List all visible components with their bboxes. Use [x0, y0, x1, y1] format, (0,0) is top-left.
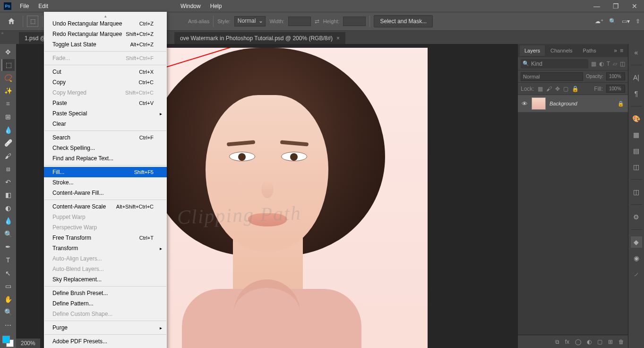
lock-paint-icon[interactable]: 🖌 — [546, 86, 552, 92]
layer-filter-kind[interactable]: 🔍 Kind — [521, 59, 588, 69]
workspace-icon[interactable]: ▭▾ — [622, 18, 630, 25]
menu-item-adobe-pdf-presets[interactable]: Adobe PDF Presets... — [44, 336, 167, 347]
layer-row-background[interactable]: 👁 Background 🔒 — [518, 95, 628, 112]
menu-item-define-brush-preset[interactable]: Define Brush Preset... — [44, 288, 167, 298]
menu-item-search[interactable]: SearchCtrl+F — [44, 132, 167, 143]
filter-smart-icon[interactable]: ◫ — [620, 61, 625, 67]
menu-item-check-spelling[interactable]: Check Spelling... — [44, 143, 167, 153]
para-icon[interactable]: ¶ — [631, 88, 642, 99]
filter-image-icon[interactable]: ▦ — [591, 61, 596, 67]
color-swatches[interactable] — [1, 335, 15, 348]
pen-tool[interactable]: ✒ — [1, 241, 15, 253]
menu-item-cut[interactable]: CutCtrl+X — [44, 67, 167, 77]
mask-icon[interactable]: ◯ — [575, 339, 581, 345]
eyedropper-tool[interactable]: 💧 — [1, 124, 15, 136]
patterns-icon[interactable]: ◫ — [631, 161, 642, 173]
tab-channels[interactable]: Channels — [546, 45, 577, 56]
brush-tool[interactable]: 🖌 — [1, 150, 15, 162]
menu-help[interactable]: Help — [206, 1, 227, 11]
menu-item-purge[interactable]: Purge — [44, 322, 167, 333]
tab-layers[interactable]: Layers — [520, 45, 545, 56]
shape-tool[interactable]: ▭ — [1, 280, 15, 292]
menu-edit[interactable]: Edit — [34, 1, 53, 11]
lock-all-icon[interactable]: 🔒 — [572, 86, 579, 92]
hand-tool[interactable]: ✋ — [1, 293, 15, 305]
type-tool[interactable]: T — [1, 254, 15, 266]
swap-icon[interactable]: ⇄ — [315, 18, 319, 25]
menu-item-copy[interactable]: CopyCtrl+C — [44, 77, 167, 87]
fill-value[interactable]: 100% — [606, 85, 625, 93]
menu-item-free-transform[interactable]: Free TransformCtrl+T — [44, 233, 167, 243]
filter-adjust-icon[interactable]: ◐ — [599, 61, 604, 67]
tab-paths[interactable]: Paths — [578, 45, 601, 56]
cloud-icon[interactable]: ☁⁺ — [595, 18, 603, 25]
menu-item-paste[interactable]: PasteCtrl+V — [44, 98, 167, 108]
expand-handle[interactable]: » — [0, 29, 5, 37]
menu-file[interactable]: File — [15, 1, 34, 11]
menu-window[interactable]: Window — [176, 1, 206, 11]
more-tools[interactable]: ⋯ — [1, 319, 15, 331]
collapse-icon[interactable]: » — [614, 47, 617, 54]
height-input[interactable] — [343, 17, 366, 26]
layers-dock-icon[interactable]: ◆ — [631, 236, 642, 248]
doc-tab-2[interactable]: ove Watermark in Photoshop Tutorial.psd … — [174, 32, 345, 44]
lock-artboard-icon[interactable]: ▢ — [563, 86, 568, 92]
filter-type-icon[interactable]: T — [607, 61, 610, 67]
expand-dock-icon[interactable]: « — [631, 47, 642, 58]
menu-item-transform[interactable]: Transform — [44, 243, 167, 253]
group-icon[interactable]: ▢ — [597, 339, 602, 345]
width-input[interactable] — [288, 17, 311, 26]
window-restore[interactable]: ❐ — [606, 2, 625, 10]
menu-item-clear[interactable]: Clear — [44, 119, 167, 129]
layer-thumbnail[interactable] — [532, 97, 546, 110]
lock-trans-icon[interactable]: ▦ — [538, 86, 543, 92]
new-layer-icon[interactable]: ⊞ — [608, 339, 613, 345]
menu-item-redo-rectangular-marquee[interactable]: Redo Rectangular MarqueeShift+Ctrl+Z — [44, 29, 167, 39]
paths-dock-icon[interactable]: ⟋ — [631, 269, 642, 280]
menu-item-stroke[interactable]: Stroke... — [44, 177, 167, 188]
path-tool[interactable]: ↖ — [1, 267, 15, 279]
lasso-tool[interactable]: 📿 — [1, 72, 15, 84]
menu-item-sky-replacement[interactable]: Sky Replacement... — [44, 274, 167, 285]
menu-item-fill[interactable]: Fill...Shift+F5 — [44, 167, 167, 177]
visibility-icon[interactable]: 👁 — [522, 100, 528, 107]
link-icon[interactable]: ⧉ — [555, 339, 559, 345]
blur-tool[interactable]: 💧 — [1, 215, 15, 227]
menu-item-define-pattern[interactable]: Define Pattern... — [44, 298, 167, 309]
stamp-tool[interactable]: ⧇ — [1, 163, 15, 175]
properties-icon[interactable]: ◫ — [631, 186, 642, 198]
filter-shape-icon[interactable]: ▱ — [613, 61, 617, 67]
panel-menu-icon[interactable]: ≡ — [620, 47, 623, 54]
home-button[interactable] — [4, 15, 19, 28]
opacity-value[interactable]: 100% — [606, 72, 625, 80]
move-tool[interactable]: ✥ — [1, 46, 15, 58]
wand-tool[interactable]: ✨ — [1, 85, 15, 97]
menu-item-toggle-last-state[interactable]: Toggle Last StateAlt+Ctrl+Z — [44, 39, 167, 50]
crop-tool[interactable]: ⌗ — [1, 98, 15, 110]
zoom-tool[interactable]: 🔍 — [1, 306, 15, 318]
adjustment-icon[interactable]: ◐ — [587, 339, 592, 345]
zoom-level[interactable]: 200% — [21, 340, 35, 347]
search-icon[interactable]: 🔍 — [609, 18, 616, 25]
menu-item-content-aware-fill[interactable]: Content-Aware Fill... — [44, 188, 167, 198]
marquee-tool[interactable]: ⬚ — [1, 59, 15, 71]
delete-icon[interactable]: 🗑 — [618, 339, 624, 345]
close-tab-icon[interactable]: × — [336, 35, 340, 42]
eraser-tool[interactable]: ◧ — [1, 189, 15, 201]
adjustments-icon[interactable]: ⚙ — [631, 211, 642, 223]
lock-icon[interactable]: 🔒 — [618, 101, 624, 107]
channels-dock-icon[interactable]: ◉ — [631, 252, 642, 264]
style-select[interactable]: Normal ⌄ — [234, 16, 266, 26]
dodge-tool[interactable]: 🔍 — [1, 228, 15, 240]
menu-item-paste-special[interactable]: Paste Special — [44, 108, 167, 119]
window-close[interactable]: ✕ — [625, 2, 644, 10]
window-minimize[interactable]: — — [587, 2, 606, 10]
share-icon[interactable]: ⇪ — [635, 18, 640, 25]
marquee-tool-icon[interactable]: ⬚ — [27, 16, 38, 27]
fx-icon[interactable]: fx — [565, 339, 569, 345]
gradients-icon[interactable]: ▤ — [631, 145, 642, 157]
healing-tool[interactable]: 🩹 — [1, 137, 15, 149]
blend-mode-select[interactable]: Normal — [521, 72, 583, 81]
foreground-color[interactable] — [2, 336, 10, 343]
menu-item-content-aware-scale[interactable]: Content-Aware ScaleAlt+Shift+Ctrl+C — [44, 201, 167, 212]
